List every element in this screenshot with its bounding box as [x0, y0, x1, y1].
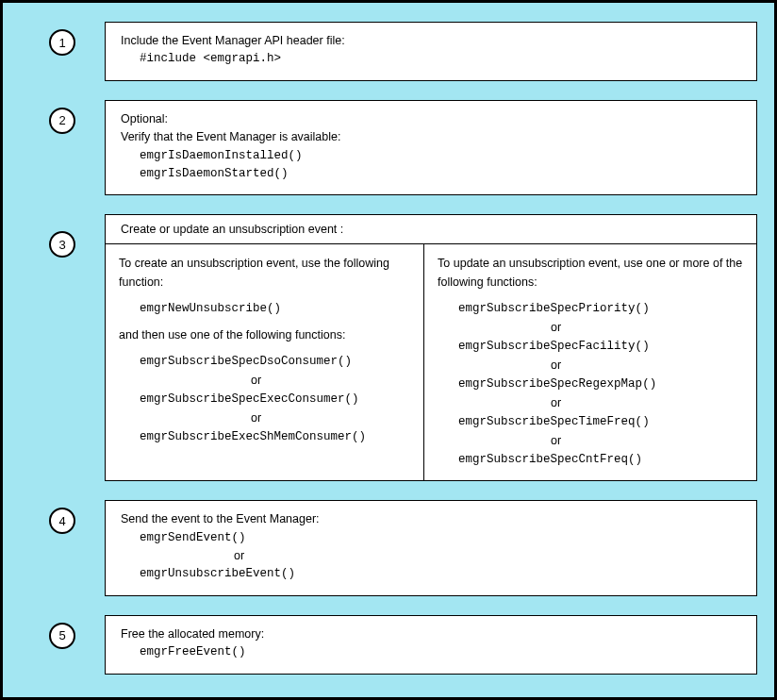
step-3-left-or1: or — [119, 371, 410, 390]
step-4-row: 4 Send the event to the Event Manager: e… — [20, 500, 757, 596]
step-2-title-line1: Optional: — [121, 110, 741, 128]
step-3-right-fn-a: emgrSubscribeSpecPriority() — [438, 299, 743, 318]
step-3-right: To update an unsubscription event, use o… — [424, 244, 756, 480]
step-4-or: or — [121, 547, 741, 565]
step-5-row: 5 Free the allocated memory: emgrFreeEve… — [20, 615, 757, 675]
step-1-row: 1 Include the Event Manager API header f… — [20, 22, 757, 81]
step-4-code-b: emgrUnsubscribeEvent() — [121, 565, 741, 583]
step-5-number-col: 5 — [20, 615, 105, 649]
step-4-box: Send the event to the Event Manager: emg… — [105, 500, 757, 596]
step-2-code-2: emgrIsDaemonStarted() — [121, 165, 741, 183]
step-3-right-fn-b: emgrSubscribeSpecFacility() — [438, 337, 743, 356]
step-1-title: Include the Event Manager API header fil… — [121, 32, 741, 50]
step-2-circle: 2 — [49, 108, 75, 134]
step-1-number-col: 1 — [20, 22, 105, 56]
step-2-number: 2 — [58, 113, 65, 127]
step-5-box: Free the allocated memory: emgrFreeEvent… — [105, 615, 757, 675]
step-3-left-fn-b: emgrSubscribeSpecExecConsumer() — [119, 390, 410, 408]
step-3-box: Create or update an unsubscription event… — [105, 214, 757, 481]
step-2-box: Optional: Verify that the Event Manager … — [105, 100, 757, 196]
step-3-circle: 3 — [49, 231, 75, 258]
step-3-left-fn-a: emgrSubscribeSpecDsoConsumer() — [119, 352, 410, 371]
step-3-row: 3 Create or update an unsubscription eve… — [20, 214, 757, 481]
step-3-number: 3 — [58, 238, 65, 252]
step-3-left-intro1: To create an unsubscription event, use t… — [119, 254, 410, 292]
step-2-title-line2: Verify that the Event Manager is availab… — [121, 128, 741, 146]
step-3-left-fn1: emgrNewUnsubscribe() — [119, 299, 410, 318]
step-1-circle: 1 — [49, 29, 75, 56]
step-4-number-col: 4 — [20, 500, 105, 534]
step-5-title: Free the allocated memory: — [121, 625, 741, 643]
step-2-row: 2 Optional: Verify that the Event Manage… — [20, 100, 757, 196]
step-3-left-or2: or — [119, 408, 410, 427]
diagram-frame: 1 Include the Event Manager API header f… — [0, 0, 777, 700]
step-4-circle: 4 — [49, 508, 75, 534]
step-3-left-intro2: and then use one of the following functi… — [119, 325, 410, 344]
step-1-box: Include the Event Manager API header fil… — [105, 22, 757, 81]
step-4-code-a: emgrSendEvent() — [121, 529, 741, 547]
step-3-left: To create an unsubscription event, use t… — [106, 244, 424, 480]
step-3-number-col: 3 — [20, 214, 105, 258]
step-1-code: #include <emgrapi.h> — [121, 50, 741, 68]
step-3-left-fn-c: emgrSubscribeExecShMemConsumer() — [119, 427, 410, 446]
step-3-right-or1: or — [438, 318, 743, 337]
step-2-number-col: 2 — [20, 100, 105, 134]
step-3-right-or4: or — [438, 431, 743, 450]
step-3-right-fn-d: emgrSubscribeSpecTimeFreq() — [438, 412, 743, 431]
step-3-right-intro: To update an unsubscription event, use o… — [438, 254, 743, 292]
step-5-circle: 5 — [49, 623, 75, 649]
step-5-code: emgrFreeEvent() — [121, 643, 741, 661]
step-3-right-or3: or — [438, 393, 743, 412]
step-5-number: 5 — [58, 628, 65, 642]
step-1-number: 1 — [58, 36, 65, 50]
step-2-code-1: emgrIsDaemonInstalled() — [121, 147, 741, 165]
step-3-right-fn-e: emgrSubscribeSpecCntFreq() — [438, 450, 743, 469]
step-3-body: To create an unsubscription event, use t… — [106, 244, 756, 480]
step-4-title: Send the event to the Event Manager: — [121, 510, 741, 528]
step-4-number: 4 — [58, 514, 65, 528]
step-3-right-fn-c: emgrSubscribeSpecRegexpMap() — [438, 375, 743, 393]
step-3-right-or2: or — [438, 356, 743, 375]
step-3-header: Create or update an unsubscription event… — [106, 215, 756, 244]
